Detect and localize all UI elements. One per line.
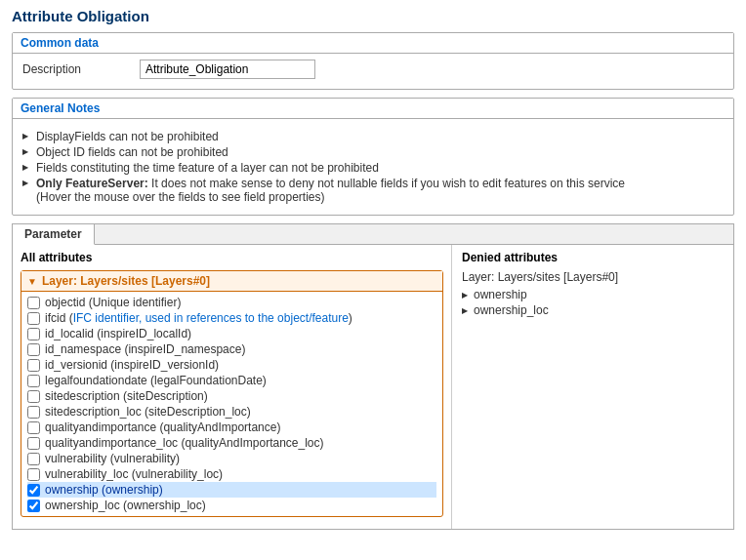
checkbox-vulnerability[interactable] bbox=[27, 453, 40, 465]
label-sitedescription_loc: sitedescription_loc (siteDescription_loc… bbox=[45, 405, 251, 419]
common-data-content: Description bbox=[13, 54, 733, 89]
attr-id_localid: id_localid (inspireID_localId) bbox=[27, 326, 436, 341]
attr-sitedescription_loc: sitedescription_loc (siteDescription_loc… bbox=[27, 404, 436, 420]
checkbox-legalfoundationdate[interactable] bbox=[27, 375, 40, 387]
attr-ifcid: ifcid (IFC identifier, used in reference… bbox=[27, 310, 436, 326]
attr-qualityandimportance_loc: qualityandimportance_loc (qualityAndImpo… bbox=[27, 435, 436, 451]
checkbox-id_versionid[interactable] bbox=[27, 359, 40, 372]
description-input[interactable] bbox=[140, 60, 315, 79]
page-container: Attribute Obligation Common data Descrip… bbox=[0, 0, 746, 538]
common-data-section: Common data Description bbox=[12, 32, 734, 90]
left-panel: All attributes ▼ Layer: Layers/sites [La… bbox=[13, 245, 452, 529]
general-notes-content: DisplayFields can not be prohibited Obje… bbox=[13, 119, 733, 215]
attr-objectid: objectid (Unique identifier) bbox=[27, 295, 436, 310]
label-qualityandimportance: qualityandimportance (qualityAndImportan… bbox=[45, 420, 280, 434]
tab-content: All attributes ▼ Layer: Layers/sites [La… bbox=[13, 245, 733, 529]
label-ownership_loc: ownership_loc (ownership_loc) bbox=[45, 499, 206, 512]
attr-vulnerability: vulnerability (vulnerability) bbox=[27, 451, 436, 466]
label-objectid: objectid (Unique identifier) bbox=[45, 296, 181, 309]
checkbox-qualityandimportance[interactable] bbox=[27, 421, 40, 434]
attr-legalfoundationdate: legalfoundationdate (legalFoundationDate… bbox=[27, 373, 436, 388]
denied-layer-name: Layer: Layers/sites [Layers#0] bbox=[462, 270, 724, 284]
right-panel-title: Denied attributes bbox=[462, 251, 724, 264]
checkbox-ownership_loc[interactable] bbox=[27, 500, 40, 512]
label-ifcid: ifcid (IFC identifier, used in reference… bbox=[45, 311, 352, 325]
denied-item-ownership: ownership bbox=[462, 288, 724, 301]
common-data-header: Common data bbox=[13, 33, 733, 54]
attr-id_namespace: id_namespace (inspireID_namespace) bbox=[27, 341, 436, 357]
layer-group-header: ▼ Layer: Layers/sites [Layers#0] bbox=[21, 271, 442, 292]
attr-ownership: ownership (ownership) bbox=[27, 482, 436, 498]
checkbox-id_localid[interactable] bbox=[27, 328, 40, 340]
note-item-4: Only FeatureServer: It does not make sen… bbox=[22, 176, 724, 205]
label-id_namespace: id_namespace (inspireID_namespace) bbox=[45, 342, 245, 356]
attr-id_versionid: id_versionid (inspireID_versionId) bbox=[27, 357, 436, 373]
tab-bar: Parameter bbox=[13, 224, 733, 245]
checkbox-ifcid[interactable] bbox=[27, 312, 40, 325]
label-legalfoundationdate: legalfoundationdate (legalFoundationDate… bbox=[45, 374, 267, 387]
checkbox-ownership[interactable] bbox=[27, 484, 40, 497]
label-id_localid: id_localid (inspireID_localId) bbox=[45, 327, 191, 340]
description-row: Description bbox=[22, 60, 724, 79]
checkbox-sitedescription[interactable] bbox=[27, 390, 40, 403]
note-item-3: Fields constituting the time feature of … bbox=[22, 160, 724, 176]
right-panel: Denied attributes Layer: Layers/sites [L… bbox=[452, 245, 733, 529]
attr-ownership_loc: ownership_loc (ownership_loc) bbox=[27, 498, 436, 513]
description-label: Description bbox=[22, 62, 140, 76]
page-title: Attribute Obligation bbox=[12, 8, 734, 24]
tab-parameter[interactable]: Parameter bbox=[13, 224, 95, 245]
layer-group-name: Layer: Layers/sites [Layers#0] bbox=[42, 274, 210, 288]
left-panel-title: All attributes bbox=[21, 251, 443, 264]
layer-group: ▼ Layer: Layers/sites [Layers#0] objecti… bbox=[21, 270, 443, 517]
attr-sitedescription: sitedescription (siteDescription) bbox=[27, 388, 436, 404]
label-ownership: ownership (ownership) bbox=[45, 483, 163, 497]
checkbox-vulnerability_loc[interactable] bbox=[27, 468, 40, 481]
note-item-1: DisplayFields can not be prohibited bbox=[22, 129, 724, 144]
label-id_versionid: id_versionid (inspireID_versionId) bbox=[45, 358, 219, 372]
note-item-2: Object ID fields can not be prohibited bbox=[22, 144, 724, 160]
checkbox-objectid[interactable] bbox=[27, 297, 40, 309]
label-sitedescription: sitedescription (siteDescription) bbox=[45, 389, 208, 403]
attr-vulnerability_loc: vulnerability_loc (vulnerability_loc) bbox=[27, 466, 436, 482]
general-notes-section: General Notes DisplayFields can not be p… bbox=[12, 98, 734, 216]
checkbox-id_namespace[interactable] bbox=[27, 343, 40, 356]
layer-arrow-icon: ▼ bbox=[27, 276, 37, 287]
notes-list: DisplayFields can not be prohibited Obje… bbox=[22, 125, 724, 209]
checkbox-qualityandimportance_loc[interactable] bbox=[27, 437, 40, 450]
general-notes-header: General Notes bbox=[13, 99, 733, 119]
attr-qualityandimportance: qualityandimportance (qualityAndImportan… bbox=[27, 420, 436, 435]
label-vulnerability: vulnerability (vulnerability) bbox=[45, 452, 180, 465]
label-qualityandimportance_loc: qualityandimportance_loc (qualityAndImpo… bbox=[45, 436, 324, 450]
checkbox-list: objectid (Unique identifier) ifcid (IFC … bbox=[21, 292, 442, 516]
denied-item-ownership_loc: ownership_loc bbox=[462, 303, 724, 317]
label-vulnerability_loc: vulnerability_loc (vulnerability_loc) bbox=[45, 467, 223, 481]
tab-container: Parameter All attributes ▼ Layer: Layers… bbox=[12, 223, 734, 530]
checkbox-sitedescription_loc[interactable] bbox=[27, 406, 40, 419]
